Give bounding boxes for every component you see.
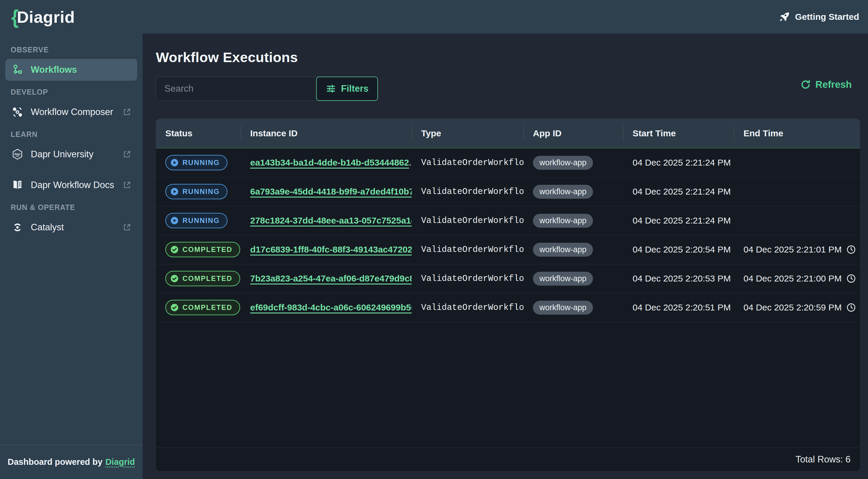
section-develop: DEVELOP xyxy=(11,88,132,96)
external-link-icon xyxy=(122,108,131,117)
external-link-icon xyxy=(122,150,131,159)
table-header-row: Status Instance ID Type App ID Start Tim… xyxy=(156,119,860,148)
start-time: 04 Dec 2025 2:20:54 PM xyxy=(623,235,734,264)
play-icon xyxy=(170,158,179,167)
app-id-badge: workflow-app xyxy=(533,243,593,257)
column-header-app-id[interactable]: App ID xyxy=(523,119,623,148)
instance-id-link[interactable]: 278c1824-37dd-48ee-aa13-057c7525a1ef xyxy=(250,216,412,225)
search-input[interactable] xyxy=(156,76,321,101)
section-run-operate: RUN & OPERATE xyxy=(11,203,132,212)
status-badge: RUNNING xyxy=(165,184,227,199)
controls-row: Filters Refresh xyxy=(156,76,860,101)
workflow-type: ValidateOrderWorkflow xyxy=(412,148,523,177)
check-icon xyxy=(170,245,179,254)
topbar: { Diagrid Getting Started xyxy=(0,0,868,34)
truncation-ellipsis: ... xyxy=(409,158,412,167)
workflow-executions-table: Status Instance ID Type App ID Start Tim… xyxy=(156,119,860,322)
refresh-label: Refresh xyxy=(815,79,852,90)
status-badge: RUNNING xyxy=(165,155,227,170)
workflow-type: ValidateOrderWorkflow xyxy=(412,264,523,293)
filters-button[interactable]: Filters xyxy=(316,76,378,101)
column-header-start-time[interactable]: Start Time xyxy=(623,119,734,148)
table-footer: Total Rows: 6 xyxy=(156,447,860,471)
instance-id-link[interactable]: 7b23a823-a254-47ea-af06-d87e479d9c8d xyxy=(250,274,412,283)
status-label: RUNNING xyxy=(183,217,220,225)
start-time: 04 Dec 2025 2:20:53 PM xyxy=(623,264,734,293)
instance-id-link[interactable]: d17c6839-1ff8-40fc-88f3-49143ac47202 xyxy=(250,245,412,254)
table-row[interactable]: RUNNING 6a793a9e-45dd-4418-b9f9-a7ded4f1… xyxy=(156,177,860,206)
getting-started-label: Getting Started xyxy=(795,12,859,22)
workflow-type: ValidateOrderWorkflow xyxy=(412,206,523,235)
sidebar-item-dapr-workflow-docs[interactable]: Dapr Workflow Docs xyxy=(5,174,137,196)
filters-label: Filters xyxy=(341,84,369,94)
table-empty-area xyxy=(156,322,860,448)
sidebar-item-label: Dapr University xyxy=(31,149,93,160)
workflow-type: ValidateOrderWorkflow xyxy=(412,177,523,206)
book-icon xyxy=(11,179,24,191)
column-header-end-time[interactable]: End Time xyxy=(734,119,860,148)
logo-brace-icon: { xyxy=(11,7,19,27)
table-row[interactable]: RUNNING 278c1824-37dd-48ee-aa13-057c7525… xyxy=(156,206,860,235)
workflow-executions-table-card: Status Instance ID Type App ID Start Tim… xyxy=(156,119,860,471)
svg-text:dapr: dapr xyxy=(14,152,21,156)
logo-text: Diagrid xyxy=(17,7,75,27)
table-row[interactable]: COMPLETED 7b23a823-a254-47ea-af06-d87e47… xyxy=(156,264,860,293)
app-id-badge: workflow-app xyxy=(533,185,593,199)
workflow-icon xyxy=(11,64,24,76)
workflow-type: ValidateOrderWorkflow xyxy=(412,235,523,264)
sidebar-item-label: Workflow Composer xyxy=(31,107,113,117)
play-icon xyxy=(170,216,179,225)
external-link-icon xyxy=(122,223,131,232)
table-row[interactable]: RUNNING ea143b34-ba1d-4dde-b14b-d5344486… xyxy=(156,148,860,177)
total-rows-label: Total Rows: 6 xyxy=(796,454,850,465)
sidebar: OBSERVE Workflows DEVELOP xyxy=(0,34,143,479)
composer-icon xyxy=(11,106,24,118)
catalyst-icon xyxy=(11,221,24,233)
diagrid-footer-link[interactable]: Diagrid xyxy=(105,457,135,467)
column-header-type[interactable]: Type xyxy=(412,119,523,148)
end-time: 04 Dec 2025 2:21:00 PM xyxy=(743,274,842,284)
instance-id-link[interactable]: ef69dcff-983d-4cbc-a06c-606249699b50 xyxy=(250,302,412,312)
check-icon xyxy=(170,303,179,312)
refresh-button[interactable]: Refresh xyxy=(800,79,852,90)
end-time: 04 Dec 2025 2:20:59 PM xyxy=(743,302,842,313)
status-badge: COMPLETED xyxy=(165,242,240,257)
start-time: 04 Dec 2025 2:21:24 PM xyxy=(623,206,734,235)
clock-icon xyxy=(846,303,856,312)
start-time: 04 Dec 2025 2:21:24 PM xyxy=(623,177,734,206)
refresh-icon xyxy=(800,79,811,90)
sidebar-footer: Dashboard powered by Diagrid xyxy=(0,445,143,479)
sidebar-item-workflows[interactable]: Workflows xyxy=(5,59,137,81)
instance-id-link[interactable]: 6a793a9e-45dd-4418-b9f9-a7ded4f10b71 xyxy=(250,187,412,196)
check-icon xyxy=(170,274,179,283)
app-id-badge: workflow-app xyxy=(533,301,593,315)
status-label: RUNNING xyxy=(183,188,220,196)
status-badge: COMPLETED xyxy=(165,271,240,286)
end-time: 04 Dec 2025 2:21:01 PM xyxy=(743,245,842,255)
status-badge: COMPLETED xyxy=(165,300,240,315)
powered-by-text: Dashboard powered by xyxy=(8,457,103,467)
diagrid-logo[interactable]: { Diagrid xyxy=(11,7,75,27)
sidebar-item-workflow-composer[interactable]: Workflow Composer xyxy=(5,101,137,123)
play-icon xyxy=(170,187,179,196)
status-label: COMPLETED xyxy=(183,304,232,312)
getting-started-link[interactable]: Getting Started xyxy=(779,11,859,23)
instance-id-link[interactable]: ea143b34-ba1d-4dde-b14b-d53444862 xyxy=(250,158,409,167)
status-label: COMPLETED xyxy=(183,275,232,283)
sidebar-item-label: Workflows xyxy=(31,64,77,75)
column-header-instance-id[interactable]: Instance ID xyxy=(241,119,412,148)
section-learn: LEARN xyxy=(11,130,132,139)
rocket-icon xyxy=(779,11,790,23)
table-row[interactable]: COMPLETED ef69dcff-983d-4cbc-a06c-606249… xyxy=(156,293,860,322)
column-header-status[interactable]: Status xyxy=(156,119,241,148)
status-badge: RUNNING xyxy=(165,213,227,228)
sidebar-item-dapr-university[interactable]: dapr Dapr University xyxy=(5,143,137,165)
app-id-badge: workflow-app xyxy=(533,214,593,228)
dapr-university-icon: dapr xyxy=(11,148,24,161)
app-id-badge: workflow-app xyxy=(533,272,593,286)
sidebar-item-catalyst[interactable]: Catalyst xyxy=(5,217,137,238)
start-time: 04 Dec 2025 2:21:24 PM xyxy=(623,148,734,177)
table-row[interactable]: COMPLETED d17c6839-1ff8-40fc-88f3-49143a… xyxy=(156,235,860,264)
external-link-icon xyxy=(122,181,131,190)
start-time: 04 Dec 2025 2:20:51 PM xyxy=(623,293,734,322)
